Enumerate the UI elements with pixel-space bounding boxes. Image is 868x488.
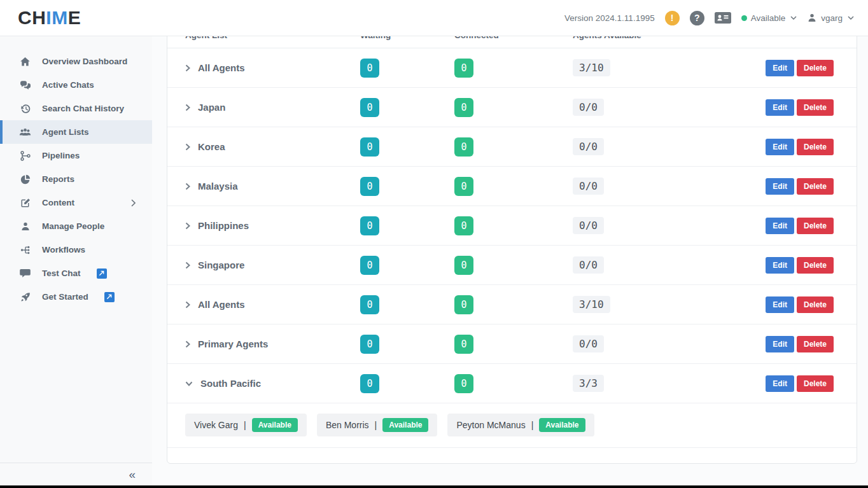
sidebar-footer: « xyxy=(0,463,152,485)
pipelines-icon xyxy=(19,151,31,161)
agents-available-badge: 0/0 xyxy=(573,138,604,155)
edit-button[interactable]: Edit xyxy=(766,99,794,116)
user-icon xyxy=(807,13,817,23)
chat-bubble-icon xyxy=(19,268,31,278)
connected-badge: 0 xyxy=(454,137,473,157)
column-header-agents-available: Agents Available xyxy=(573,36,834,40)
delete-button[interactable]: Delete xyxy=(797,178,834,195)
table-row: Korea 0 0 0/0 EditDelete xyxy=(167,127,857,167)
sidebar-item-label: Manage People xyxy=(42,221,104,231)
header-right-controls: Version 2024.1.11.1995 ! ? Available xyxy=(564,11,854,25)
agent-list-card: Agent List Waiting Connected Agents Avai… xyxy=(167,36,857,464)
agent-list-expander[interactable]: All Agents xyxy=(185,62,360,73)
version-label: Version 2024.1.11.1995 xyxy=(564,13,655,23)
chip-separator: | xyxy=(375,420,377,430)
agent-list-expander[interactable]: South Pacific xyxy=(185,378,360,389)
chevron-right-icon xyxy=(185,183,190,190)
edit-button[interactable]: Edit xyxy=(766,375,794,392)
chip-separator: | xyxy=(244,420,246,430)
delete-button[interactable]: Delete xyxy=(797,257,834,274)
sidebar-item-agent-lists[interactable]: Agent Lists xyxy=(0,120,152,144)
table-row: All Agents 0 0 3/10 EditDelete xyxy=(167,285,857,324)
edit-button[interactable]: Edit xyxy=(766,178,794,195)
rocket-icon xyxy=(19,292,31,302)
agent-list-name: Philippines xyxy=(198,220,249,231)
sidebar-collapse-button[interactable]: « xyxy=(129,468,136,480)
contact-card-icon[interactable] xyxy=(715,11,731,24)
sidebar-item-manage-people[interactable]: Manage People xyxy=(0,214,152,238)
agent-list-name: All Agents xyxy=(198,62,245,73)
app-window: CHIME Version 2024.1.11.1995 ! ? Availab… xyxy=(0,0,868,488)
card-footer-spacer xyxy=(167,448,857,463)
agent-list-expander[interactable]: Malaysia xyxy=(185,181,360,192)
sidebar-item-label: Pipelines xyxy=(42,151,80,160)
availability-dropdown[interactable]: Available xyxy=(741,13,797,23)
delete-button[interactable]: Delete xyxy=(797,60,834,76)
table-header-row: Agent List Waiting Connected Agents Avai… xyxy=(167,36,857,48)
delete-button[interactable]: Delete xyxy=(797,99,834,116)
agent-chip[interactable]: Vivek Garg | Available xyxy=(185,414,307,436)
waiting-badge: 0 xyxy=(360,295,379,314)
edit-button[interactable]: Edit xyxy=(766,60,794,76)
reports-pie-icon xyxy=(19,174,31,185)
agent-list-expander[interactable]: Singapore xyxy=(185,260,360,270)
delete-button[interactable]: Delete xyxy=(797,375,834,392)
sidebar-item-active-chats[interactable]: Active Chats xyxy=(0,73,152,97)
expanded-agents-row: Vivek Garg | Available Ben Morris | Avai… xyxy=(167,403,857,448)
chip-separator: | xyxy=(531,420,534,430)
sidebar-item-workflows[interactable]: Workflows xyxy=(0,238,152,261)
connected-badge: 0 xyxy=(454,374,473,393)
logo-part-dark2: E xyxy=(68,7,81,28)
delete-button[interactable]: Delete xyxy=(797,218,834,234)
agents-available-badge: 0/0 xyxy=(573,178,604,195)
waiting-badge: 0 xyxy=(360,137,379,157)
sidebar-item-search-chat-history[interactable]: Search Chat History xyxy=(0,97,152,120)
edit-button[interactable]: Edit xyxy=(766,296,794,313)
agent-name: Ben Morris xyxy=(326,420,369,430)
table-row: Malaysia 0 0 0/0 EditDelete xyxy=(167,167,857,206)
agent-list-expander[interactable]: Korea xyxy=(185,141,360,152)
sidebar-item-pipelines[interactable]: Pipelines xyxy=(0,144,152,167)
agent-list-expander[interactable]: Primary Agents xyxy=(185,338,360,349)
agent-status-badge: Available xyxy=(382,418,428,432)
delete-button[interactable]: Delete xyxy=(797,296,834,313)
agent-list-expander[interactable]: All Agents xyxy=(185,299,360,310)
edit-button[interactable]: Edit xyxy=(766,139,794,155)
delete-button[interactable]: Delete xyxy=(797,336,834,352)
sidebar-item-label: Agent Lists xyxy=(42,127,89,137)
chats-icon xyxy=(19,80,31,90)
chevron-right-icon xyxy=(185,64,190,72)
user-menu[interactable]: vgarg xyxy=(807,13,854,23)
agent-status-badge: Available xyxy=(539,418,585,432)
logo-part-dark1: CH xyxy=(18,7,46,28)
agent-name: Vivek Garg xyxy=(194,420,238,430)
edit-button[interactable]: Edit xyxy=(766,218,794,234)
sidebar-item-label: Content xyxy=(42,198,74,207)
agents-available-badge: 0/0 xyxy=(573,217,604,234)
help-icon[interactable]: ? xyxy=(690,11,704,25)
chevron-right-icon xyxy=(185,104,190,111)
sidebar-item-get-started[interactable]: Get Started xyxy=(0,285,152,309)
sidebar-item-overview-dashboard[interactable]: Overview Dashboard xyxy=(0,50,152,73)
agent-list-expander[interactable]: Japan xyxy=(185,102,360,113)
delete-button[interactable]: Delete xyxy=(797,139,834,155)
table-row-expanded: South Pacific 0 0 3/3 EditDelete xyxy=(167,364,857,403)
edit-button[interactable]: Edit xyxy=(766,257,794,274)
sidebar-item-reports[interactable]: Reports xyxy=(0,167,152,191)
edit-button[interactable]: Edit xyxy=(766,336,794,352)
connected-badge: 0 xyxy=(454,216,473,235)
warning-icon[interactable]: ! xyxy=(665,11,680,25)
sidebar-item-test-chat[interactable]: Test Chat xyxy=(0,261,152,285)
sidebar-item-label: Overview Dashboard xyxy=(42,57,127,66)
agent-chip[interactable]: Ben Morris | Available xyxy=(317,414,438,436)
sidebar-item-content[interactable]: Content xyxy=(0,191,152,214)
chevron-right-icon xyxy=(185,222,190,230)
waiting-badge: 0 xyxy=(360,256,379,275)
waiting-badge: 0 xyxy=(360,177,379,196)
chime-logo[interactable]: CHIME xyxy=(18,8,81,27)
agent-list-expander[interactable]: Philippines xyxy=(185,220,360,231)
sidebar-item-label: Get Started xyxy=(42,292,88,302)
chevron-right-icon xyxy=(185,340,190,348)
column-header-waiting: Waiting xyxy=(360,36,454,40)
agent-chip[interactable]: Peyton McManus | Available xyxy=(447,414,594,436)
